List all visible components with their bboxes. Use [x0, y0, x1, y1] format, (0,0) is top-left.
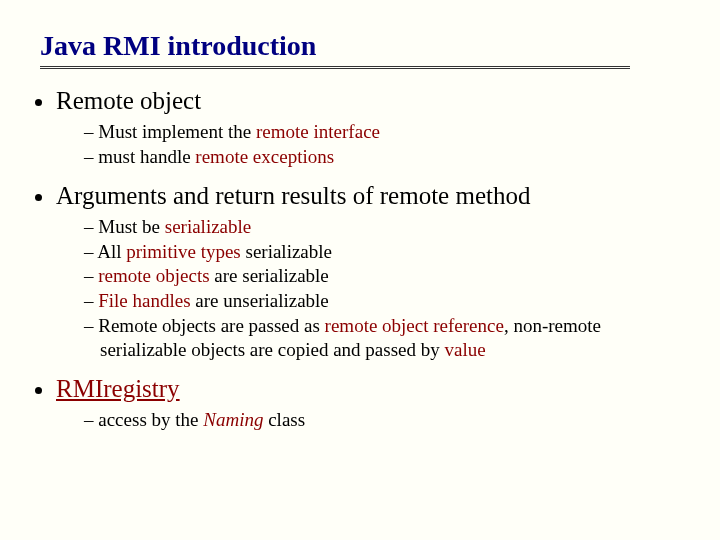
sub-item: Must be serializable	[84, 215, 690, 240]
title-underline	[40, 66, 630, 69]
keyword: File handles	[98, 290, 190, 311]
slide-title: Java RMI introduction	[40, 30, 690, 62]
sub-item: File handles are unserializable	[84, 289, 690, 314]
keyword-italic: Naming	[203, 409, 263, 430]
bullet-remote-object: Remote object Must implement the remote …	[56, 85, 690, 170]
keyword: value	[445, 339, 486, 360]
sublist: Must implement the remote interface must…	[56, 120, 690, 169]
sub-item: access by the Naming class	[84, 408, 690, 433]
bullet-rmiregistry: RMIregistry access by the Naming class	[56, 373, 690, 433]
bullet-label: Remote object	[56, 87, 201, 114]
sub-item: remote objects are serializable	[84, 264, 690, 289]
sub-item: Remote objects are passed as remote obje…	[84, 314, 690, 363]
keyword: remote objects	[98, 265, 209, 286]
bullet-label: Arguments and return results of remote m…	[56, 182, 530, 209]
keyword: primitive types	[126, 241, 241, 262]
sub-item: must handle remote exceptions	[84, 145, 690, 170]
keyword: serializable	[165, 216, 252, 237]
sublist: Must be serializable All primitive types…	[56, 215, 690, 363]
sublist: access by the Naming class	[56, 408, 690, 433]
keyword: remote exceptions	[195, 146, 334, 167]
slide: Java RMI introduction Remote object Must…	[0, 0, 720, 463]
sub-item: Must implement the remote interface	[84, 120, 690, 145]
rmiregistry-link[interactable]: RMIregistry	[56, 375, 180, 402]
keyword: remote object reference	[325, 315, 504, 336]
keyword: remote interface	[256, 121, 380, 142]
bullet-list: Remote object Must implement the remote …	[30, 85, 690, 433]
sub-item: All primitive types serializable	[84, 240, 690, 265]
bullet-arguments: Arguments and return results of remote m…	[56, 180, 690, 363]
